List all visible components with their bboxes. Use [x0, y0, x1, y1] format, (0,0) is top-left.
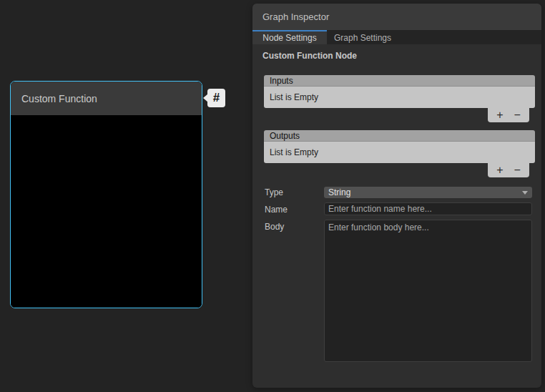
inspector-tab-bar: Node Settings Graph Settings [252, 30, 541, 44]
outputs-list-empty-row: List is Empty [264, 142, 535, 163]
type-dropdown[interactable]: String [324, 187, 532, 198]
hash-icon: # [213, 91, 220, 105]
graph-inspector-panel: Graph Inspector Node Settings Graph Sett… [252, 4, 541, 388]
add-input-button[interactable]: + [496, 109, 503, 121]
outputs-list-header: Outputs [264, 130, 535, 142]
inputs-list: Inputs List is Empty + − [264, 75, 535, 108]
node-title-bar[interactable]: Custom Function [11, 82, 202, 115]
inspector-header[interactable]: Graph Inspector [252, 4, 541, 30]
body-label: Body [265, 222, 284, 232]
node-title: Custom Function [21, 93, 97, 104]
custom-function-node[interactable]: Custom Function [10, 81, 202, 308]
tab-graph-settings[interactable]: Graph Settings [327, 30, 398, 44]
inputs-list-footer: + − [488, 108, 529, 122]
node-preview [11, 115, 202, 308]
inputs-list-header: Inputs [264, 75, 535, 87]
type-label: Type [265, 187, 283, 197]
inputs-list-empty-row: List is Empty [264, 87, 535, 108]
function-name-input[interactable] [324, 202, 532, 215]
remove-output-button[interactable]: − [514, 165, 521, 176]
inspector-title: Graph Inspector [262, 11, 329, 22]
tab-node-settings[interactable]: Node Settings [252, 30, 327, 44]
outputs-list-footer: + − [488, 163, 529, 177]
type-dropdown-value: String [328, 187, 350, 197]
chevron-down-icon [522, 191, 528, 195]
add-output-button[interactable]: + [496, 165, 503, 176]
remove-input-button[interactable]: − [514, 109, 521, 121]
function-body-textarea[interactable] [324, 220, 532, 362]
name-label: Name [265, 205, 288, 215]
section-title: Custom Function Node [262, 51, 357, 61]
preview-toggle-badge[interactable]: # [207, 89, 225, 107]
outputs-list: Outputs List is Empty + − [264, 130, 535, 163]
